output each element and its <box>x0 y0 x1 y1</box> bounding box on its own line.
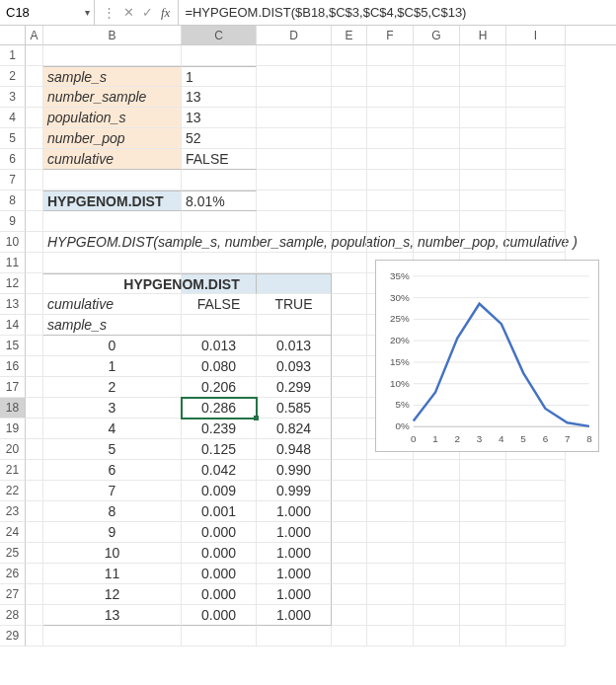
cell[interactable] <box>26 66 43 87</box>
cell[interactable]: 1.000 <box>257 501 332 522</box>
cell[interactable] <box>460 564 506 584</box>
cell[interactable]: 0.948 <box>257 439 332 460</box>
cell[interactable]: 7 <box>43 481 182 501</box>
cell[interactable]: 0.239 <box>182 419 257 439</box>
row-header[interactable]: 26 <box>0 564 26 584</box>
cell[interactable] <box>460 460 506 481</box>
select-all-corner[interactable] <box>0 26 26 44</box>
cell[interactable]: 1.000 <box>257 584 332 605</box>
cell[interactable] <box>257 253 332 273</box>
cell[interactable] <box>26 481 43 501</box>
cell[interactable] <box>460 501 506 522</box>
row-header[interactable]: 10 <box>0 232 26 253</box>
col-header-e[interactable]: E <box>332 26 367 44</box>
cell[interactable] <box>26 149 43 170</box>
cell[interactable] <box>26 108 43 128</box>
cancel-icon[interactable]: ✕ <box>123 5 134 20</box>
cell[interactable] <box>26 626 43 647</box>
cell[interactable]: 52 <box>182 128 257 149</box>
cell[interactable]: sample_s <box>43 315 182 336</box>
cell[interactable] <box>332 460 367 481</box>
cell[interactable] <box>367 501 414 522</box>
cell[interactable] <box>26 190 43 211</box>
cell[interactable] <box>43 253 182 273</box>
cell[interactable] <box>414 211 460 232</box>
cell[interactable] <box>460 605 506 626</box>
syntax-text[interactable]: HYPGEOM.DIST(sample_s, number_sample, po… <box>43 232 182 253</box>
cell[interactable] <box>460 626 506 647</box>
cell[interactable] <box>460 232 506 253</box>
cell[interactable] <box>367 87 414 108</box>
cell[interactable] <box>506 501 566 522</box>
row-header[interactable]: 11 <box>0 253 26 273</box>
cell[interactable]: FALSE <box>182 149 257 170</box>
cell[interactable] <box>367 108 414 128</box>
cell[interactable] <box>26 232 43 253</box>
col-header-g[interactable]: G <box>414 26 460 44</box>
cell[interactable]: 0.009 <box>182 481 257 501</box>
cell[interactable] <box>506 522 566 543</box>
cell[interactable] <box>43 45 182 66</box>
formula-bar[interactable]: =HYPGEOM.DIST($B18,$C$3,$C$4,$C$5,C$13) <box>179 5 616 20</box>
row-header[interactable]: 19 <box>0 419 26 439</box>
cell[interactable] <box>257 170 332 190</box>
cell[interactable] <box>43 626 182 647</box>
cell[interactable]: 8 <box>43 501 182 522</box>
cell[interactable] <box>506 481 566 501</box>
cell[interactable]: 0.013 <box>182 336 257 356</box>
cell[interactable] <box>506 149 566 170</box>
row-header[interactable]: 29 <box>0 626 26 647</box>
cell[interactable] <box>414 232 460 253</box>
row-header[interactable]: 12 <box>0 273 26 294</box>
cell[interactable] <box>26 501 43 522</box>
cell[interactable] <box>332 543 367 564</box>
cell[interactable] <box>367 584 414 605</box>
row-header[interactable]: 1 <box>0 45 26 66</box>
cell[interactable]: 0.824 <box>257 419 332 439</box>
cell[interactable] <box>332 170 367 190</box>
cell[interactable] <box>257 626 332 647</box>
cell[interactable]: 1.000 <box>257 564 332 584</box>
cell[interactable] <box>506 460 566 481</box>
cell[interactable]: 0.080 <box>182 356 257 377</box>
cell[interactable] <box>26 211 43 232</box>
cell[interactable]: number_sample <box>43 87 182 108</box>
cell[interactable] <box>26 584 43 605</box>
cell[interactable]: 0.299 <box>257 377 332 398</box>
cell[interactable]: 0.585 <box>257 398 332 419</box>
row-header[interactable]: 21 <box>0 460 26 481</box>
cell[interactable] <box>26 522 43 543</box>
cell[interactable] <box>367 481 414 501</box>
enter-icon[interactable]: ✓ <box>142 5 153 20</box>
name-box-dropdown-icon[interactable]: ▾ <box>85 7 90 18</box>
cell[interactable]: 0.000 <box>182 543 257 564</box>
cell[interactable] <box>26 439 43 460</box>
fx-icon[interactable]: fx <box>161 5 170 21</box>
cell[interactable]: 3 <box>43 398 182 419</box>
cell[interactable] <box>506 66 566 87</box>
row-header[interactable]: 17 <box>0 377 26 398</box>
cell[interactable] <box>332 66 367 87</box>
cell[interactable]: 1.000 <box>257 543 332 564</box>
cell[interactable] <box>367 211 414 232</box>
cell[interactable] <box>367 45 414 66</box>
cell[interactable] <box>367 149 414 170</box>
cell[interactable] <box>43 170 182 190</box>
cell[interactable] <box>182 626 257 647</box>
cell[interactable] <box>332 45 367 66</box>
cell[interactable] <box>332 128 367 149</box>
cell[interactable] <box>506 564 566 584</box>
cell[interactable] <box>26 170 43 190</box>
cell[interactable] <box>182 170 257 190</box>
cell[interactable] <box>367 190 414 211</box>
result-value[interactable]: 8.01% <box>182 190 257 211</box>
cell[interactable] <box>506 190 566 211</box>
cell[interactable] <box>414 170 460 190</box>
cell[interactable] <box>506 170 566 190</box>
cell[interactable] <box>506 211 566 232</box>
cell[interactable] <box>43 211 182 232</box>
cell[interactable]: 5 <box>43 439 182 460</box>
row-header[interactable]: 28 <box>0 605 26 626</box>
cell[interactable] <box>367 232 414 253</box>
cell[interactable] <box>460 584 506 605</box>
